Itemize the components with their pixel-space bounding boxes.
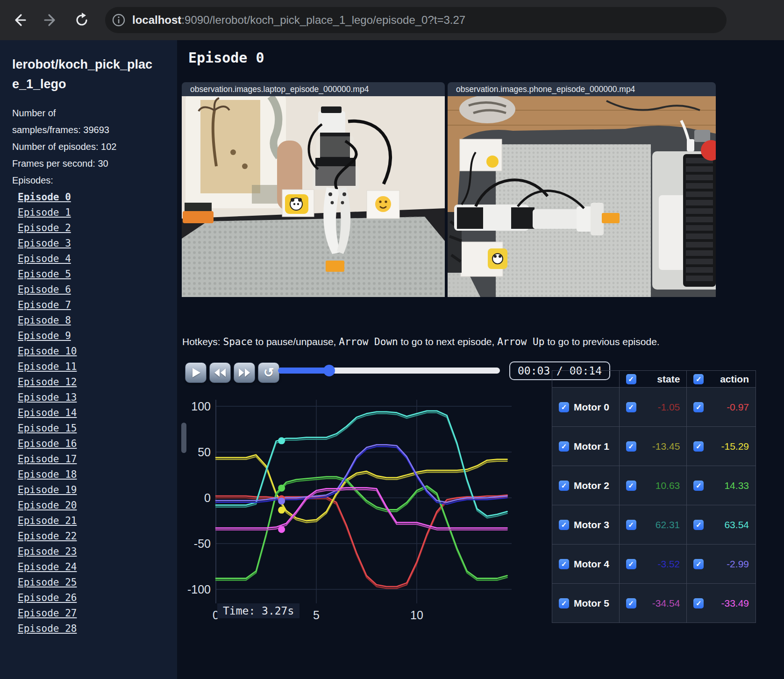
motor-name-label: Motor 0: [574, 402, 613, 413]
seek-slider-thumb[interactable]: [323, 365, 335, 376]
motor-action-checkbox[interactable]: ✓: [693, 559, 704, 569]
motor-action-checkbox[interactable]: ✓: [693, 520, 704, 530]
episode-link[interactable]: Episode 27: [18, 606, 177, 621]
episode-link[interactable]: Episode 1: [18, 205, 177, 220]
motor-state-checkbox[interactable]: ✓: [626, 598, 636, 608]
episode-link[interactable]: Episode 28: [18, 621, 177, 637]
motor-state-checkbox[interactable]: ✓: [626, 559, 636, 569]
episode-link[interactable]: Episode 7: [18, 297, 177, 313]
url-text: localhost:9090/lerobot/koch_pick_place_1…: [132, 14, 465, 27]
reload-button[interactable]: [72, 10, 92, 30]
next-episode-button[interactable]: [234, 362, 255, 383]
video-frame-laptop: [182, 96, 445, 297]
motor-table-row: ✓Motor 5✓-34.54✓-33.49: [552, 584, 756, 623]
episode-link[interactable]: Episode 5: [18, 267, 177, 282]
motor-checkbox[interactable]: ✓: [559, 402, 569, 412]
back-button[interactable]: [9, 10, 29, 30]
episode-link[interactable]: Episode 26: [18, 590, 177, 606]
svg-text:100: 100: [191, 400, 211, 413]
action-column-checkbox[interactable]: ✓: [693, 374, 704, 384]
episode-link[interactable]: Episode 19: [18, 482, 177, 498]
dataset-title: lerobot/koch_pick_place_1_lego: [12, 55, 157, 94]
hotkeys-prefix: Hotkeys:: [182, 336, 223, 347]
motor-action-checkbox[interactable]: ✓: [693, 441, 704, 452]
motor-state-value: -1.05: [641, 402, 680, 413]
motor-name-label: Motor 3: [574, 519, 613, 530]
rewind-icon: [214, 368, 227, 378]
episode-link[interactable]: Episode 0: [18, 190, 177, 205]
motor-table-row: ✓Motor 1✓-13.45✓-15.29: [552, 427, 756, 466]
motor-action-value: 14.33: [708, 480, 749, 491]
motor-action-value: -0.97: [708, 402, 749, 413]
episode-link[interactable]: Episode 3: [18, 236, 177, 251]
episode-link[interactable]: Episode 18: [18, 467, 177, 482]
motor-action-value: -2.99: [708, 559, 749, 570]
motor-state-checkbox[interactable]: ✓: [626, 481, 636, 491]
motor-action-checkbox[interactable]: ✓: [693, 481, 704, 491]
url-path: :9090/lerobot/koch_pick_place_1_lego/epi…: [181, 14, 465, 26]
motor-name-label: Motor 5: [574, 598, 613, 609]
episode-link[interactable]: Episode 12: [18, 375, 177, 390]
episode-list: Episode 0Episode 1Episode 2Episode 3Epis…: [18, 190, 177, 637]
motor-checkbox[interactable]: ✓: [559, 441, 569, 452]
episode-link[interactable]: Episode 6: [18, 282, 177, 297]
state-action-chart: 100500-50-1000510: [185, 392, 514, 628]
video-player-phone[interactable]: observation.images.phone_episode_000000.…: [448, 82, 716, 297]
motor-checkbox[interactable]: ✓: [559, 598, 569, 608]
state-column-checkbox[interactable]: ✓: [626, 374, 636, 384]
episode-link[interactable]: Episode 14: [18, 405, 177, 421]
episode-link[interactable]: Episode 8: [18, 313, 177, 328]
episode-link[interactable]: Episode 20: [18, 498, 177, 513]
svg-text:-100: -100: [187, 583, 211, 596]
hotkey-space: Space: [223, 336, 253, 347]
episode-link[interactable]: Episode 23: [18, 544, 177, 559]
url-bar[interactable]: localhost:9090/lerobot/koch_pick_place_1…: [105, 7, 727, 33]
episode-link[interactable]: Episode 15: [18, 421, 177, 436]
motor-table-row: ✓Motor 0✓-1.05✓-0.97: [552, 388, 756, 427]
play-button[interactable]: [185, 362, 207, 383]
episode-link[interactable]: Episode 16: [18, 436, 177, 452]
motor-action-checkbox[interactable]: ✓: [693, 402, 704, 412]
motor-state-checkbox[interactable]: ✓: [626, 441, 636, 452]
site-info-icon[interactable]: [112, 13, 126, 27]
video-frame-phone: [448, 96, 716, 297]
episodes-label: Episodes:: [12, 172, 165, 189]
motor-state-value: 10.63: [641, 480, 680, 491]
motor-checkbox[interactable]: ✓: [559, 481, 569, 491]
loop-button[interactable]: ↺: [258, 362, 279, 383]
stat-line: Number of: [12, 105, 165, 121]
episode-link[interactable]: Episode 13: [18, 390, 177, 405]
dataset-stats: Number of samples/frames: 39693 Number o…: [12, 105, 165, 189]
fast-forward-icon: [238, 368, 251, 378]
previous-episode-button[interactable]: [209, 362, 231, 383]
seek-slider[interactable]: [278, 368, 500, 374]
hotkeys-mid1: to pause/unpause,: [253, 336, 339, 347]
video-title-phone: observation.images.phone_episode_000000.…: [448, 82, 716, 96]
motor-state-checkbox[interactable]: ✓: [626, 520, 636, 530]
motor-checkbox[interactable]: ✓: [559, 520, 569, 530]
motor-action-checkbox[interactable]: ✓: [693, 598, 704, 608]
seek-slider-fill: [278, 368, 329, 374]
sidebar: lerobot/koch_pick_place_1_lego Number of…: [0, 40, 177, 679]
episode-link[interactable]: Episode 2: [18, 220, 177, 236]
episode-link[interactable]: Episode 22: [18, 529, 177, 544]
episode-link[interactable]: Episode 17: [18, 452, 177, 467]
motor-state-checkbox[interactable]: ✓: [626, 402, 636, 412]
video-player-laptop[interactable]: observation.images.laptop_episode_000000…: [182, 82, 445, 297]
motor-checkbox[interactable]: ✓: [559, 559, 569, 569]
episode-link[interactable]: Episode 11: [18, 359, 177, 375]
episode-link[interactable]: Episode 21: [18, 513, 177, 529]
episode-link[interactable]: Episode 10: [18, 344, 177, 359]
svg-text:5: 5: [313, 608, 320, 622]
scrollbar-thumb[interactable]: [181, 423, 186, 453]
episode-link[interactable]: Episode 24: [18, 559, 177, 575]
svg-text:0: 0: [204, 491, 211, 504]
motor-name-label: Motor 1: [574, 441, 613, 452]
episode-link[interactable]: Episode 25: [18, 575, 177, 590]
motor-state-value: -34.54: [641, 598, 680, 609]
motor-state-value: 62.31: [641, 519, 680, 530]
episode-link[interactable]: Episode 4: [18, 251, 177, 267]
episode-link[interactable]: Episode 9: [18, 328, 177, 344]
stat-line: samples/frames: 39693: [12, 121, 165, 138]
forward-button[interactable]: [41, 10, 61, 30]
